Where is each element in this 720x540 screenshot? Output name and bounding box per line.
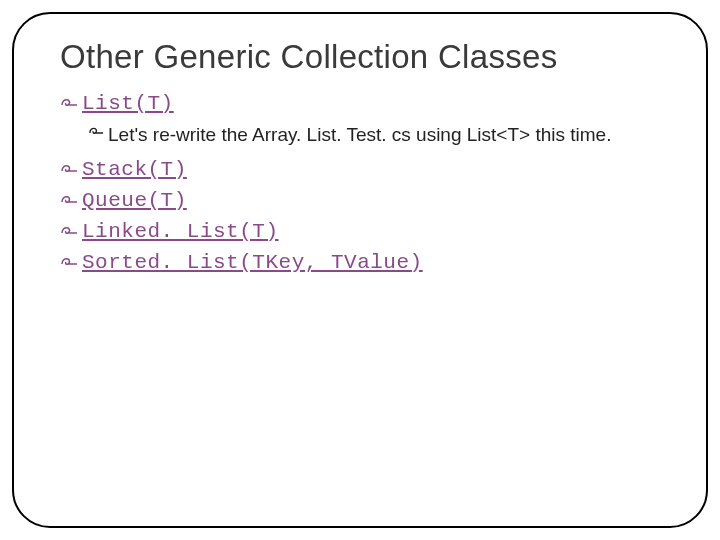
list-item: Queue(T) (60, 189, 674, 214)
link-list-t[interactable]: List(T) (82, 92, 174, 115)
link-stack-t[interactable]: Stack(T) (82, 158, 187, 181)
list-item: List(T) (60, 92, 674, 117)
list-item: Linked. List(T) (60, 220, 674, 245)
swirl-bullet-icon (60, 225, 78, 245)
body-text: Let's re-write the Array. List. Test. cs… (108, 123, 611, 148)
list-item: Stack(T) (60, 158, 674, 183)
swirl-bullet-icon (88, 126, 104, 144)
link-queue-t[interactable]: Queue(T) (82, 189, 187, 212)
slide-frame: Other Generic Collection Classes List(T)… (12, 12, 708, 528)
swirl-bullet-icon (60, 194, 78, 214)
swirl-bullet-icon (60, 256, 78, 276)
list-item: Let's re-write the Array. List. Test. cs… (88, 123, 674, 148)
link-linkedlist-t[interactable]: Linked. List(T) (82, 220, 279, 243)
slide-title: Other Generic Collection Classes (60, 38, 674, 76)
swirl-bullet-icon (60, 163, 78, 183)
link-sortedlist-tkey-tvalue[interactable]: Sorted. List(TKey, TValue) (82, 251, 423, 274)
list-item: Sorted. List(TKey, TValue) (60, 251, 674, 276)
swirl-bullet-icon (60, 97, 78, 117)
